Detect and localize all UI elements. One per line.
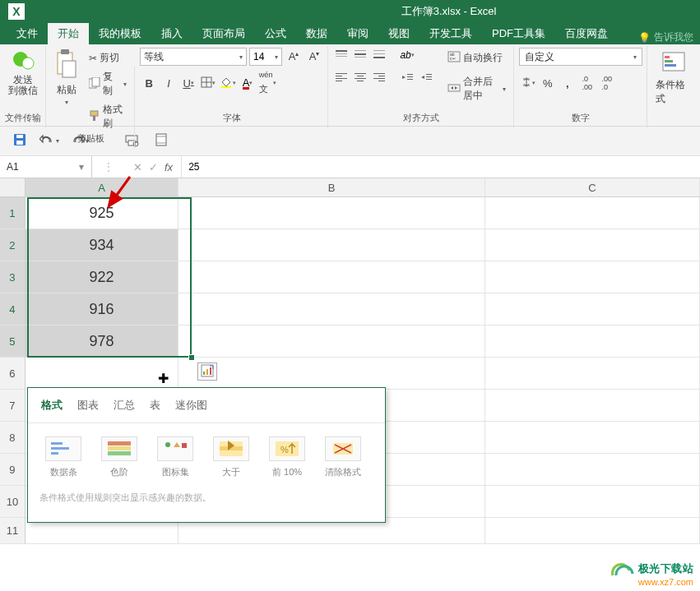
cell-a3[interactable]: 922 [25,261,178,293]
row-header-7[interactable]: 7 [0,390,25,422]
cell-b6[interactable] [178,358,485,390]
cancel-formula-button[interactable]: ✕ [133,161,142,173]
tell-me-search[interactable]: 💡 告诉我您 [638,30,700,44]
align-middle-button[interactable] [352,48,369,62]
accounting-format-button[interactable]: ▾ [519,74,537,92]
cell-b4[interactable] [178,293,485,326]
percent-button[interactable]: % [539,74,557,92]
qa-option-color-scale[interactable]: 色阶 [95,436,143,478]
row-header-2[interactable]: 2 [0,229,25,261]
selection-fill-handle[interactable] [188,354,195,361]
row-header-10[interactable]: 10 [0,486,25,518]
cell-b5[interactable] [178,326,485,358]
cell-c10[interactable] [485,486,700,518]
cell-a4[interactable]: 916 [25,293,178,326]
decrease-indent-button[interactable] [399,71,415,85]
italic-button[interactable]: I [160,74,178,92]
save-button[interactable] [8,131,31,152]
name-box[interactable]: A1 ▾ [0,156,92,178]
cell-c8[interactable] [485,422,700,454]
row-header-6[interactable]: 6 [0,358,25,390]
tab-formulas[interactable]: 公式 [255,23,296,44]
qa-tab-sparklines[interactable]: 迷你图 [174,396,209,414]
tab-baidu[interactable]: 百度网盘 [555,23,618,44]
tab-home[interactable]: 开始 [48,23,89,44]
orientation-button[interactable]: ab▾ [399,48,415,62]
tab-pdf-tools[interactable]: PDF工具集 [482,23,555,44]
wrap-text-button[interactable]: abc↵ 自动换行 [444,49,509,67]
cell-a6[interactable] [25,358,178,390]
name-box-resize[interactable]: ⋮ [92,156,125,178]
qa-option-data-bars[interactable]: 数据条 [39,436,87,478]
cell-c4[interactable] [485,293,700,326]
cell-c2[interactable] [485,229,700,261]
tab-data[interactable]: 数据 [296,23,337,44]
col-header-c[interactable]: C [485,178,700,196]
cell-a2[interactable]: 934 [25,229,178,261]
cell-b1[interactable] [178,197,485,229]
align-left-button[interactable] [333,71,350,85]
cell-a5[interactable]: 978 [25,326,178,358]
font-color-button[interactable]: A▾ [239,74,257,92]
insert-function-button[interactable]: fx [165,161,173,173]
row-header-3[interactable]: 3 [0,261,25,293]
align-bottom-button[interactable] [371,48,387,62]
qa-option-top-10[interactable]: % 前 10% [263,436,311,478]
number-format-combo[interactable]: 自定义 ▾ [519,48,642,66]
qa-option-greater-than[interactable]: 大于 [207,436,255,478]
cell-c5[interactable] [485,326,700,358]
cell-c7[interactable] [485,390,700,422]
merge-center-button[interactable]: 合并后居中 ▾ [444,73,509,104]
tab-templates[interactable]: 我的模板 [89,23,151,44]
copy-button[interactable]: 复制 ▾ [86,68,130,99]
format-painter-button[interactable]: 格式刷 [86,101,130,132]
phonetic-guide-button[interactable]: wén文▾ [258,74,276,92]
fill-color-button[interactable]: ▾ [219,74,237,92]
border-button[interactable]: ▾ [199,74,217,92]
tab-file[interactable]: 文件 [7,23,48,44]
conditional-format-button[interactable]: 条件格式 [652,48,695,108]
row-header-9[interactable]: 9 [0,454,25,486]
cell-c1[interactable] [485,197,700,229]
cell-c9[interactable] [485,454,700,486]
tab-page-layout[interactable]: 页面布局 [192,23,255,44]
cell-a1[interactable]: 925 [25,197,178,229]
row-header-1[interactable]: 1 [0,197,25,229]
spreadsheet-grid[interactable]: A B C 1 925 2 934 3 922 4 916 5 978 6 [0,178,700,544]
font-name-combo[interactable]: 等线 ▾ [140,48,247,66]
align-center-button[interactable] [352,71,369,85]
align-right-button[interactable] [371,71,387,85]
increase-decimal-button[interactable]: .0.00 [578,74,596,92]
confirm-formula-button[interactable]: ✓ [149,161,158,173]
page-center-button[interactable] [150,131,173,152]
col-header-b[interactable]: B [178,178,485,196]
select-all-corner[interactable] [0,178,25,197]
paste-button[interactable]: 粘贴 ▾ [51,48,82,108]
formula-input[interactable]: 25 [182,156,700,178]
qa-tab-format[interactable]: 格式 [39,396,64,414]
align-top-button[interactable] [333,48,350,62]
comma-button[interactable]: , [559,74,577,92]
qa-option-icon-set[interactable]: 图标集 [151,436,199,478]
qa-tab-totals[interactable]: 汇总 [112,396,137,414]
cell-c6[interactable] [485,358,700,390]
cell-b3[interactable] [178,261,485,293]
increase-indent-button[interactable] [418,71,434,85]
cell-b2[interactable] [178,229,485,261]
qa-tab-tables[interactable]: 表 [148,396,162,414]
cut-button[interactable]: ✂ 剪切 [86,49,130,67]
font-size-combo[interactable]: 14 ▾ [249,48,282,66]
tab-developer[interactable]: 开发工具 [420,23,482,44]
underline-button[interactable]: U▾ [179,74,197,92]
quick-analysis-button[interactable] [197,362,217,381]
tab-insert[interactable]: 插入 [151,23,192,44]
cell-c3[interactable] [485,261,700,293]
row-header-4[interactable]: 4 [0,293,25,326]
increase-font-button[interactable]: A▴ [285,48,303,66]
decrease-decimal-button[interactable]: .00.0 [598,74,616,92]
decrease-font-button[interactable]: A▾ [305,48,323,66]
cell-c11[interactable] [485,518,700,544]
row-header-8[interactable]: 8 [0,422,25,454]
qa-tab-chart[interactable]: 图表 [76,396,100,414]
row-header-11[interactable]: 11 [0,518,25,544]
